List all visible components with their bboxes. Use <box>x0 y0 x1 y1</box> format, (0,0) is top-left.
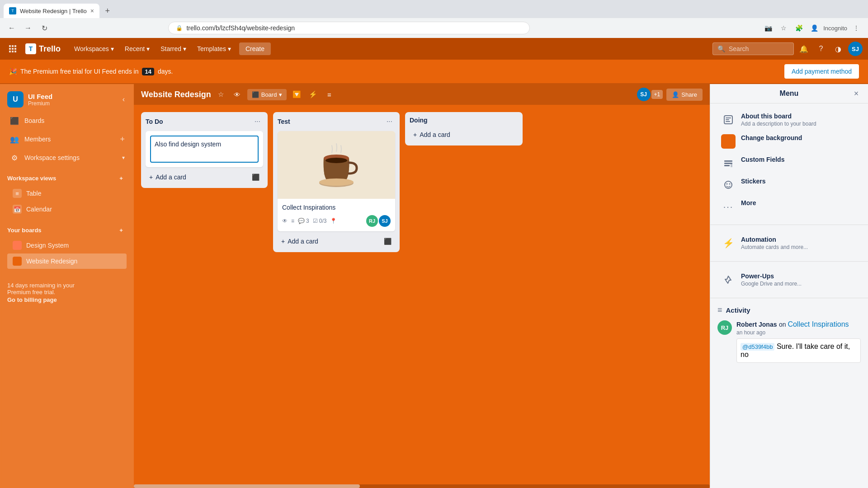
custom-fields-icon <box>721 156 736 170</box>
column-title-to-do: To Do <box>146 118 163 125</box>
star-button[interactable]: ☆ <box>215 88 227 101</box>
tab-favicon: T <box>9 7 16 14</box>
sidebar-item-calendar[interactable]: 📅 Calendar <box>7 202 127 217</box>
menu-item-power-ups[interactable]: Power-Ups Google Drive and more... <box>717 269 861 291</box>
sidebar-workspace-header[interactable]: U UI Feed Premium ‹ <box>0 88 134 111</box>
badge-location: 📍 <box>330 218 337 224</box>
sidebar-your-boards-section: Your boards + Design System Website Rede… <box>0 219 134 271</box>
sidebar-collapse-button[interactable]: ‹ <box>121 94 127 105</box>
search-icon: 🔍 <box>717 45 725 52</box>
camera-icon[interactable]: 📷 <box>762 22 774 34</box>
back-button[interactable]: ← <box>5 22 18 34</box>
calendar-icon: 📅 <box>13 205 22 214</box>
filter-button[interactable]: 🔽 <box>290 88 303 101</box>
search-bar[interactable]: 🔍 <box>712 42 794 55</box>
tab-close-button[interactable]: × <box>90 7 94 14</box>
automation-title: Automation <box>741 236 857 243</box>
table-icon: ≡ <box>13 189 22 198</box>
extensions-icon[interactable]: 🧩 <box>793 22 805 34</box>
automation-content: Automation Automate cards and more... <box>741 236 857 250</box>
menu-item-automation[interactable]: ⚡ Automation Automate cards and more... <box>717 232 861 254</box>
add-payment-button[interactable]: Add payment method <box>784 64 859 79</box>
horizontal-scrollbar[interactable] <box>134 484 710 488</box>
activity-user: Robert Jonas <box>736 321 777 328</box>
power-ups-title: Power-Ups <box>741 272 857 280</box>
card-collect-inspirations[interactable]: Collect Inspirations 👁 ≡ 💬 3 ☑ 0/3 📍 RJ … <box>278 131 395 231</box>
about-board-title: About this board <box>741 113 857 120</box>
user-avatar[interactable]: SJ <box>848 42 863 56</box>
visibility-button[interactable]: 👁 <box>231 88 244 101</box>
automation-icon[interactable]: ⚡ <box>307 88 319 101</box>
active-tab[interactable]: T Website Redesign | Trello × <box>4 4 99 18</box>
add-card-test[interactable]: + Add a card ⬛ <box>278 235 395 248</box>
add-card-to-do[interactable]: + Add a card ⬛ <box>146 171 263 183</box>
starred-menu[interactable]: Starred ▾ <box>156 42 191 55</box>
add-workspace-view-button[interactable]: + <box>116 173 127 183</box>
add-board-button[interactable]: + <box>116 225 127 235</box>
board-title: Website Redesign <box>141 90 211 99</box>
menu-item-about[interactable]: About this board Add a description to yo… <box>717 109 861 131</box>
workspaces-menu[interactable]: Workspaces ▾ <box>70 42 118 55</box>
calendar-label: Calendar <box>26 206 52 213</box>
grid-menu-button[interactable] <box>5 42 20 56</box>
menu-item-custom-fields[interactable]: Custom Fields <box>717 152 861 174</box>
profile-icon[interactable]: 👤 <box>808 22 821 34</box>
filter-icon[interactable]: ≡ <box>323 88 335 101</box>
activity-link[interactable]: Collect Inspirations <box>788 320 849 328</box>
website-redesign-color <box>13 257 22 266</box>
sidebar-item-workspace-settings[interactable]: ⚙ Workspace settings ▾ <box>2 149 132 167</box>
address-bar[interactable]: 🔒 trello.com/b/lzcfSh4q/website-redesign <box>168 22 530 34</box>
menu-item-more[interactable]: ··· More <box>717 196 861 217</box>
member-count[interactable]: +1 <box>651 90 663 99</box>
power-ups-icon <box>721 272 736 287</box>
menu-dots-icon[interactable]: ⋮ <box>850 22 863 34</box>
card-input[interactable]: Also find design system <box>150 136 259 163</box>
column-title-test: Test <box>278 118 290 125</box>
reload-button[interactable]: ↻ <box>38 22 51 34</box>
trello-logo[interactable]: T Trello <box>22 42 64 56</box>
billing-link[interactable]: Go to billing page <box>7 296 127 303</box>
column-menu-test[interactable]: ··· <box>384 117 395 127</box>
add-card-doing[interactable]: + Add a card <box>410 128 518 141</box>
sidebar-item-members[interactable]: 👥 Members + <box>2 130 132 148</box>
forward-button[interactable]: → <box>22 22 34 34</box>
sidebar-board-website-redesign[interactable]: Website Redesign <box>7 253 127 269</box>
add-member-icon[interactable]: + <box>120 135 125 144</box>
website-redesign-label: Website Redesign <box>26 258 77 265</box>
boards-label: Boards <box>24 117 44 124</box>
svg-point-13 <box>319 178 354 186</box>
stickers-icon <box>721 178 736 192</box>
help-button[interactable]: ? <box>814 42 828 56</box>
activity-content: Robert Jonas on Collect Inspirations an … <box>736 320 861 363</box>
board-view-button[interactable]: ⬛ Board ▾ <box>247 89 287 100</box>
theme-button[interactable]: ◑ <box>831 42 845 56</box>
member-avatar-sj[interactable]: SJ <box>637 88 651 101</box>
notifications-button[interactable]: 🔔 <box>797 42 811 56</box>
svg-rect-4 <box>12 48 14 50</box>
badge-checklist: ☑ 0/3 <box>313 218 327 224</box>
bookmark-icon[interactable]: ☆ <box>777 22 790 34</box>
menu-item-change-background[interactable]: Change background <box>717 131 861 152</box>
tab-title: Website Redesign | Trello <box>20 8 87 14</box>
sidebar-board-design-system[interactable]: Design System <box>7 238 127 253</box>
stickers-title: Stickers <box>741 178 857 185</box>
starred-chevron: ▾ <box>183 45 186 52</box>
browser-actions: 📷 ☆ 🧩 👤 Incognito ⋮ <box>762 22 863 34</box>
menu-panel: Menu × About this board <box>710 84 868 488</box>
templates-menu[interactable]: Templates ▾ <box>193 42 236 55</box>
menu-item-stickers[interactable]: Stickers <box>717 174 861 196</box>
card-design-system[interactable]: Also find design system <box>146 131 263 167</box>
sidebar-item-table[interactable]: ≡ Table <box>7 186 127 201</box>
add-card-label-doing: Add a card <box>420 131 450 138</box>
create-button[interactable]: Create <box>239 42 271 55</box>
column-menu-to-do[interactable]: ··· <box>252 117 263 127</box>
recent-menu[interactable]: Recent ▾ <box>120 42 154 55</box>
about-board-content: About this board Add a description to yo… <box>741 113 857 127</box>
automation-section: ⚡ Automation Automate cards and more... <box>710 227 868 259</box>
search-input[interactable] <box>729 45 789 52</box>
sidebar-item-boards[interactable]: ⬛ Boards <box>2 112 132 130</box>
share-button[interactable]: 👤 Share <box>666 89 703 101</box>
card-body: Collect Inspirations 👁 ≡ 💬 3 ☑ 0/3 📍 RJ … <box>278 199 395 231</box>
menu-close-button[interactable]: × <box>850 87 863 100</box>
new-tab-button[interactable]: + <box>101 5 114 17</box>
